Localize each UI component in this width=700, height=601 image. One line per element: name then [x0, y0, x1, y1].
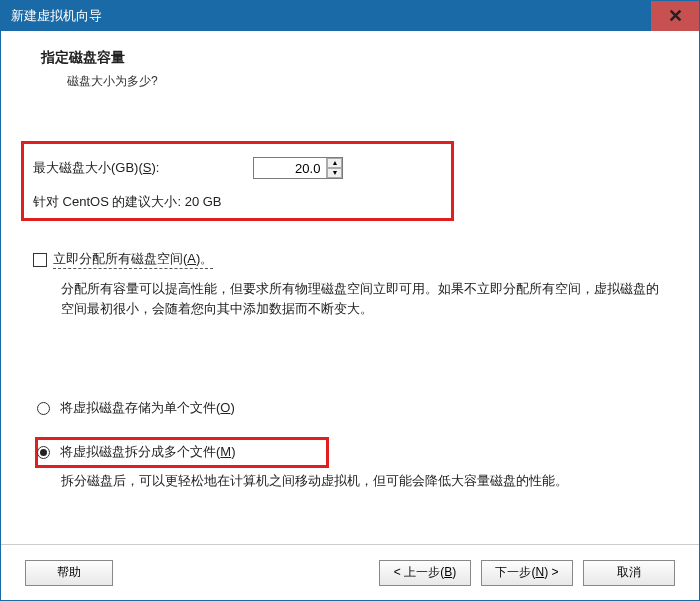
back-button[interactable]: < 上一步(B)	[379, 560, 471, 586]
disk-recommend-text: 针对 CentOS 的建议大小: 20 GB	[33, 193, 222, 211]
allocate-now-checkbox[interactable]	[33, 253, 47, 267]
allocate-now-row[interactable]: 立即分配所有磁盘空间(A)。	[33, 250, 213, 269]
store-single-label: 将虚拟磁盘存储为单个文件(O)	[60, 399, 235, 417]
store-single-radio[interactable]	[37, 402, 50, 415]
page-heading: 指定磁盘容量	[41, 49, 671, 67]
next-button[interactable]: 下一步(N) >	[481, 560, 573, 586]
store-split-row[interactable]: 将虚拟磁盘拆分成多个文件(M)	[37, 443, 236, 461]
store-split-radio[interactable]	[37, 446, 50, 459]
allocate-now-desc: 分配所有容量可以提高性能，但要求所有物理磁盘空间立即可用。如果不立即分配所有空间…	[61, 279, 665, 319]
disk-size-label: 最大磁盘大小(GB)(S):	[33, 159, 159, 177]
spinner-buttons: ▲ ▼	[326, 158, 342, 178]
page-subheading: 磁盘大小为多少?	[67, 73, 671, 90]
disk-size-row: 最大磁盘大小(GB)(S): ▲ ▼	[33, 157, 343, 179]
help-button[interactable]: 帮助	[25, 560, 113, 586]
window-title: 新建虚拟机向导	[11, 7, 102, 25]
wizard-window: 新建虚拟机向导 ✕ 指定磁盘容量 磁盘大小为多少? 最大磁盘大小(GB)(S):…	[0, 0, 700, 601]
store-split-desc: 拆分磁盘后，可以更轻松地在计算机之间移动虚拟机，但可能会降低大容量磁盘的性能。	[61, 471, 665, 491]
spin-up-button[interactable]: ▲	[327, 158, 342, 168]
disk-size-input[interactable]	[254, 158, 326, 178]
store-single-row[interactable]: 将虚拟磁盘存储为单个文件(O)	[37, 399, 235, 417]
spin-down-button[interactable]: ▼	[327, 168, 342, 178]
disk-size-spinner[interactable]: ▲ ▼	[253, 157, 343, 179]
content-area: 指定磁盘容量 磁盘大小为多少? 最大磁盘大小(GB)(S): ▲ ▼ 针对 Ce…	[1, 31, 699, 544]
cancel-button[interactable]: 取消	[583, 560, 675, 586]
titlebar: 新建虚拟机向导 ✕	[1, 1, 699, 31]
allocate-now-label: 立即分配所有磁盘空间(A)。	[53, 250, 213, 269]
store-split-label: 将虚拟磁盘拆分成多个文件(M)	[60, 443, 236, 461]
close-button[interactable]: ✕	[651, 1, 699, 31]
footer: 帮助 < 上一步(B) 下一步(N) > 取消	[1, 544, 699, 600]
